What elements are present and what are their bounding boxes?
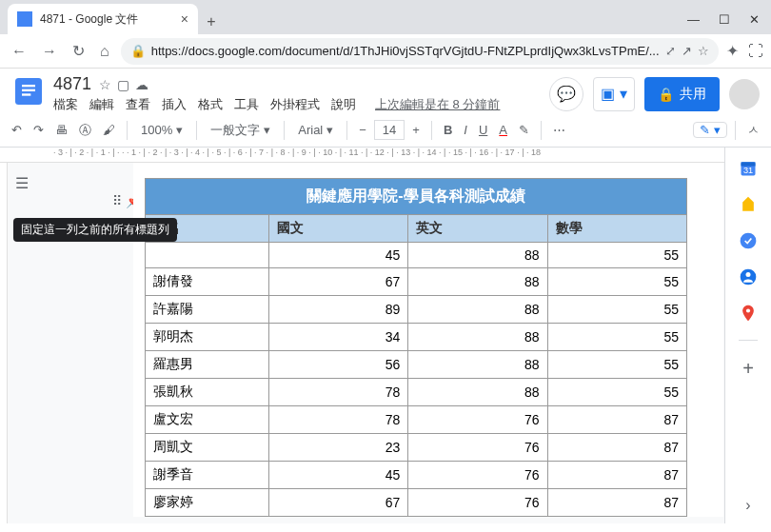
cell-chinese[interactable]: 34 [269, 324, 408, 351]
cell-name[interactable]: 羅惠男 [146, 351, 269, 379]
table-row[interactable]: 廖家婷 67 76 87 [146, 489, 687, 517]
outline-toggle[interactable]: ☰ [15, 174, 38, 197]
cell-chinese[interactable]: 67 [269, 268, 408, 296]
undo-button[interactable]: ↶ [8, 119, 26, 141]
bookmark-star-icon[interactable]: ☆ [698, 44, 709, 58]
cell-name[interactable]: 謝倩發 [146, 268, 269, 296]
font-select[interactable]: Arial ▾ [292, 123, 339, 137]
cell-name[interactable]: 謝季音 [146, 462, 269, 489]
share-button[interactable]: 🔒 共用 [644, 77, 720, 111]
cell-math[interactable]: 87 [547, 489, 686, 517]
contacts-icon[interactable] [739, 267, 758, 286]
table-row[interactable]: 45 88 55 [146, 243, 687, 268]
menu-tools[interactable]: 工具 [234, 96, 259, 113]
reload-button[interactable]: ↻ [69, 42, 89, 60]
table-row[interactable]: 郭明杰 34 88 55 [146, 324, 687, 351]
collapse-toolbar-button[interactable]: ㅅ [743, 118, 763, 143]
cell-name[interactable]: 周凱文 [146, 434, 269, 462]
menu-addons[interactable]: 外掛程式 [270, 96, 320, 113]
menu-edit[interactable]: 編輯 [89, 96, 114, 113]
table-row[interactable]: 許嘉陽 89 88 55 [146, 296, 687, 324]
cell-name[interactable] [146, 243, 269, 268]
cell-name[interactable]: 張凱秋 [146, 379, 269, 406]
menu-view[interactable]: 查看 [126, 96, 150, 113]
horizontal-ruler[interactable]: · 3 · | · 2 · | · 1 · | · · · 1 · | · 2 … [0, 148, 724, 163]
cell-name[interactable]: 許嘉陽 [146, 296, 269, 324]
url-input[interactable]: 🔒 https://docs.google.com/document/d/1Th… [121, 38, 719, 65]
cell-chinese[interactable]: 45 [269, 462, 408, 489]
table-row[interactable]: 周凱文 23 76 87 [146, 434, 687, 462]
highlight-button[interactable]: ✎ [515, 119, 533, 141]
menu-insert[interactable]: 插入 [162, 96, 187, 113]
cell-english[interactable]: 88 [408, 351, 547, 379]
home-button[interactable]: ⌂ [96, 43, 113, 60]
table-row[interactable]: 盧文宏 78 76 87 [146, 406, 687, 434]
paint-format-button[interactable]: 🖌 [99, 119, 119, 141]
comment-history-button[interactable]: 💬 [549, 77, 583, 111]
docs-logo[interactable] [11, 74, 46, 108]
print-button[interactable]: 🖶 [51, 119, 71, 141]
data-table[interactable]: 關鍵應用學院-學員各科測試成績 姓名 國文 英文 數學 45 88 55謝倩發 … [145, 178, 687, 517]
minimize-button[interactable]: — [687, 12, 700, 27]
browser-tab[interactable]: 4871 - Google 文件 × [8, 4, 198, 34]
cell-name[interactable]: 廖家婷 [146, 489, 269, 517]
text-color-button[interactable]: A [495, 119, 511, 141]
cell-chinese[interactable]: 78 [269, 406, 408, 434]
cell-math[interactable]: 55 [547, 243, 686, 268]
close-tab-icon[interactable]: × [181, 11, 188, 27]
redo-button[interactable]: ↷ [30, 119, 48, 141]
cell-english[interactable]: 88 [408, 268, 547, 296]
hide-panel-button[interactable]: › [745, 497, 750, 523]
cell-chinese[interactable]: 23 [269, 434, 408, 462]
close-window-button[interactable]: ✕ [749, 12, 760, 27]
table-row[interactable]: 謝倩發 67 88 55 [146, 268, 687, 296]
italic-button[interactable]: I [460, 119, 471, 141]
cell-math[interactable]: 55 [547, 324, 686, 351]
move-icon[interactable]: ▢ [117, 77, 129, 92]
cell-math[interactable]: 55 [547, 351, 686, 379]
puzzle-icon[interactable]: ⛶ [748, 43, 763, 60]
menu-format[interactable]: 格式 [198, 96, 223, 113]
table-title[interactable]: 關鍵應用學院-學員各科測試成績 [146, 179, 687, 215]
fontsize-increase[interactable]: + [408, 119, 424, 141]
cell-math[interactable]: 87 [547, 434, 686, 462]
cloud-icon[interactable]: ☁ [135, 77, 148, 92]
vertical-ruler[interactable] [0, 163, 8, 523]
more-toolbar-button[interactable]: ⋯ [549, 119, 569, 141]
cell-english[interactable]: 76 [408, 489, 547, 517]
cell-math[interactable]: 55 [547, 268, 686, 296]
table-row[interactable]: 張凱秋 78 88 55 [146, 379, 687, 406]
tasks-icon[interactable] [739, 231, 758, 250]
last-edit-text[interactable]: 上次編輯是在 8 分鐘前 [375, 96, 500, 113]
cell-english[interactable]: 88 [408, 379, 547, 406]
drag-handle-icon[interactable]: ⠿ [112, 193, 122, 208]
menu-help[interactable]: 說明 [331, 96, 356, 113]
zoom-select[interactable]: 100% ▾ [135, 123, 188, 137]
underline-button[interactable]: U [475, 119, 491, 141]
new-tab-button[interactable]: + [198, 13, 225, 34]
cell-math[interactable]: 87 [547, 462, 686, 489]
share-url-icon[interactable]: ↗ [682, 44, 692, 58]
cell-chinese[interactable]: 67 [269, 489, 408, 517]
cell-english[interactable]: 88 [408, 296, 547, 324]
star-icon[interactable]: ☆ [99, 77, 111, 92]
cell-math[interactable]: 87 [547, 406, 686, 434]
cell-english[interactable]: 88 [408, 243, 547, 268]
back-button[interactable]: ← [8, 43, 30, 60]
style-select[interactable]: 一般文字 ▾ [205, 122, 276, 139]
menu-file[interactable]: 檔案 [53, 96, 78, 113]
maps-icon[interactable] [739, 304, 758, 323]
col-header-english[interactable]: 英文 [408, 215, 547, 243]
cell-english[interactable]: 88 [408, 324, 547, 351]
cell-chinese[interactable]: 56 [269, 351, 408, 379]
translate-icon[interactable]: ⤢ [665, 44, 676, 58]
extensions-icon[interactable]: ✦ [726, 42, 739, 60]
cell-english[interactable]: 76 [408, 434, 547, 462]
present-dropdown[interactable]: ▣ ▾ [593, 77, 635, 111]
cell-chinese[interactable]: 78 [269, 379, 408, 406]
cell-name[interactable]: 盧文宏 [146, 406, 269, 434]
col-header-math[interactable]: 數學 [547, 215, 686, 243]
cell-chinese[interactable]: 89 [269, 296, 408, 324]
bold-button[interactable]: B [440, 119, 456, 141]
fontsize-decrease[interactable]: − [355, 119, 370, 141]
